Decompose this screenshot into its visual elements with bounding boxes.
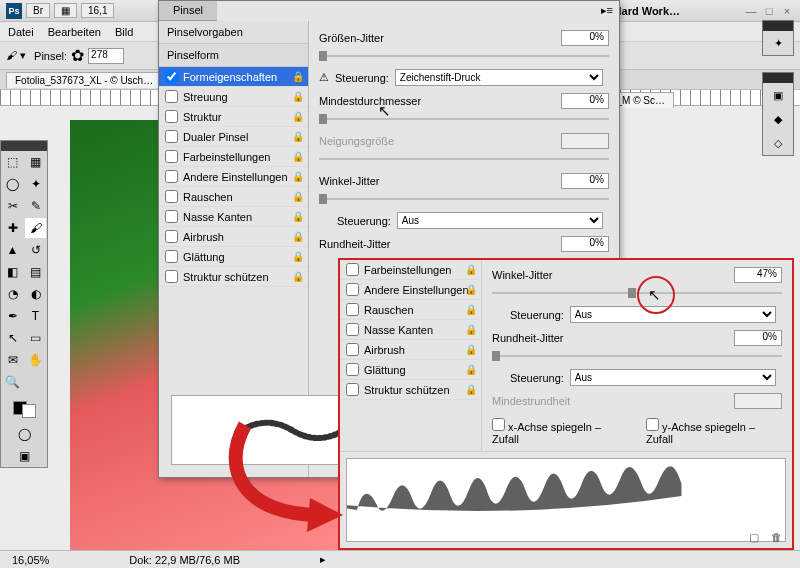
angle-jitter-slider[interactable] (319, 192, 609, 206)
d-angle-control-select[interactable]: Aus (570, 306, 776, 323)
brush-size-field[interactable]: 278 (88, 48, 124, 64)
blur-tool-icon[interactable]: ◔ (1, 283, 24, 305)
lock-icon[interactable]: 🔒 (465, 324, 477, 335)
d-item-farbe[interactable]: Farbeinstellungen🔒 (340, 260, 481, 280)
zoom-tool-icon[interactable]: 🔍 (1, 371, 24, 393)
item-farbeinstellungen[interactable]: Farbeinstellungen🔒 (159, 147, 308, 167)
item-schuetzen[interactable]: Struktur schützen🔒 (159, 267, 308, 287)
lasso-tool-icon[interactable]: ◯ (1, 173, 24, 195)
item-airbrush[interactable]: Airbrush🔒 (159, 227, 308, 247)
lock-icon[interactable]: 🔒 (292, 151, 304, 162)
tool-preset[interactable]: 🖌 ▾ (6, 49, 26, 62)
stamp-tool-icon[interactable]: ▲ (1, 239, 24, 261)
control-select-pen[interactable]: Zeichenstift-Druck (395, 69, 603, 86)
marquee-tool-icon[interactable]: ▦ (24, 151, 47, 173)
pen-tool-icon[interactable]: ✒ (1, 305, 24, 327)
lock-icon[interactable]: 🔒 (292, 251, 304, 262)
lock-icon[interactable]: 🔒 (292, 271, 304, 282)
mirror-x-checkbox[interactable]: x-Achse spiegeln – Zufall (492, 418, 628, 445)
healing-tool-icon[interactable]: ✚ (1, 217, 24, 239)
quickmask-icon[interactable]: ◯ (1, 423, 47, 445)
doc-tab-1[interactable]: Fotolia_537673_XL - © Usch… (6, 72, 162, 88)
type-tool-icon[interactable]: T (24, 305, 47, 327)
hand-tool-icon[interactable]: ✋ (24, 349, 47, 371)
item-nasse[interactable]: Nasse Kanten🔒 (159, 207, 308, 227)
item-glaettung[interactable]: Glättung🔒 (159, 247, 308, 267)
mirror-y-checkbox[interactable]: y-Achse spiegeln – Zufall (646, 418, 782, 445)
item-struktur[interactable]: Struktur🔒 (159, 107, 308, 127)
d-item-andere[interactable]: Andere Einstellungen🔒 (340, 280, 481, 300)
angle-control-select[interactable]: Aus (397, 212, 603, 229)
zoom-readout[interactable]: 16,05% (12, 554, 49, 566)
lock-icon[interactable]: 🔒 (292, 71, 304, 82)
lock-icon[interactable]: 🔒 (292, 131, 304, 142)
move-tool-icon[interactable]: ⬚ (1, 151, 24, 173)
lock-icon[interactable]: 🔒 (465, 264, 477, 275)
notes-tool-icon[interactable]: ✉ (1, 349, 24, 371)
close-icon[interactable]: × (780, 5, 794, 17)
gradient-tool-icon[interactable]: ▤ (24, 261, 47, 283)
presets-header[interactable]: Pinselvorgaben (159, 21, 308, 44)
history-brush-icon[interactable]: ↺ (24, 239, 47, 261)
item-dualer[interactable]: Dualer Pinsel🔒 (159, 127, 308, 147)
screenmode-icon[interactable]: ▣ (1, 445, 47, 467)
crop-tool-icon[interactable]: ✂ (1, 195, 24, 217)
d-angle-jitter-value[interactable]: 47% (734, 267, 782, 283)
item-andere[interactable]: Andere Einstellungen🔒 (159, 167, 308, 187)
lock-icon[interactable]: 🔒 (292, 91, 304, 102)
bridge-icon[interactable]: Br (26, 3, 50, 18)
eyedropper-tool-icon[interactable]: ✎ (24, 195, 47, 217)
lock-icon[interactable]: 🔒 (465, 304, 477, 315)
mini-palette-2[interactable]: ▣◆◇ (762, 72, 794, 156)
lock-icon[interactable]: 🔒 (292, 211, 304, 222)
dodge-tool-icon[interactable]: ◐ (24, 283, 47, 305)
lock-icon[interactable]: 🔒 (292, 191, 304, 202)
screen-mode-icon[interactable]: ▦ (54, 3, 77, 18)
d-item-nasse[interactable]: Nasse Kanten🔒 (340, 320, 481, 340)
detail-left-list: Farbeinstellungen🔒 Andere Einstellungen🔒… (340, 260, 482, 451)
d-roundness-jitter-value[interactable]: 0% (734, 330, 782, 346)
d-item-rauschen[interactable]: Rauschen🔒 (340, 300, 481, 320)
item-rauschen[interactable]: Rauschen🔒 (159, 187, 308, 207)
size-jitter-slider[interactable] (319, 49, 609, 63)
item-streuung[interactable]: Streuung🔒 (159, 87, 308, 107)
mini-palette-1[interactable]: ✦ (762, 20, 794, 56)
zoom-field[interactable]: 16,1 (81, 3, 114, 18)
d-roundness-control-select[interactable]: Aus (570, 369, 776, 386)
wand-tool-icon[interactable]: ✦ (24, 173, 47, 195)
new-preset-icon[interactable]: ▢ (749, 531, 759, 544)
lock-icon[interactable]: 🔒 (465, 284, 477, 295)
d-angle-jitter-slider[interactable] (492, 286, 782, 300)
roundness-jitter-value[interactable]: 0% (561, 236, 609, 252)
lock-icon[interactable]: 🔒 (465, 364, 477, 375)
min-diameter-label: Mindestdurchmesser (319, 95, 561, 107)
menu-bearbeiten[interactable]: Bearbeiten (48, 26, 101, 38)
minimize-icon[interactable]: — (744, 5, 758, 17)
min-diameter-slider[interactable] (319, 112, 609, 126)
d-item-glaettung[interactable]: Glättung🔒 (340, 360, 481, 380)
size-jitter-value[interactable]: 0% (561, 30, 609, 46)
eraser-tool-icon[interactable]: ◧ (1, 261, 24, 283)
d-roundness-jitter-slider[interactable] (492, 349, 782, 363)
maximize-icon[interactable]: □ (762, 5, 776, 17)
item-formeigenschaften[interactable]: Formeigenschaften🔒 (159, 67, 308, 87)
angle-jitter-value[interactable]: 0% (561, 173, 609, 189)
brushform-header[interactable]: Pinselform (159, 44, 308, 67)
path-tool-icon[interactable]: ↖ (1, 327, 24, 349)
d-item-airbrush[interactable]: Airbrush🔒 (340, 340, 481, 360)
menu-bild[interactable]: Bild (115, 26, 133, 38)
trash-icon[interactable]: 🗑 (771, 531, 782, 544)
shape-tool-icon[interactable]: ▭ (24, 327, 47, 349)
lock-icon[interactable]: 🔒 (292, 111, 304, 122)
brush-tool-icon[interactable]: 🖌 (24, 217, 47, 239)
panel-menu-icon[interactable]: ▸≡ (601, 4, 613, 17)
brush-panel-tab[interactable]: Pinsel (159, 1, 217, 21)
d-item-schuetzen[interactable]: Struktur schützen🔒 (340, 380, 481, 400)
min-diameter-value[interactable]: 0% (561, 93, 609, 109)
color-swatches[interactable] (1, 393, 47, 423)
lock-icon[interactable]: 🔒 (292, 231, 304, 242)
lock-icon[interactable]: 🔒 (465, 384, 477, 395)
lock-icon[interactable]: 🔒 (465, 344, 477, 355)
menu-datei[interactable]: Datei (8, 26, 34, 38)
lock-icon[interactable]: 🔒 (292, 171, 304, 182)
